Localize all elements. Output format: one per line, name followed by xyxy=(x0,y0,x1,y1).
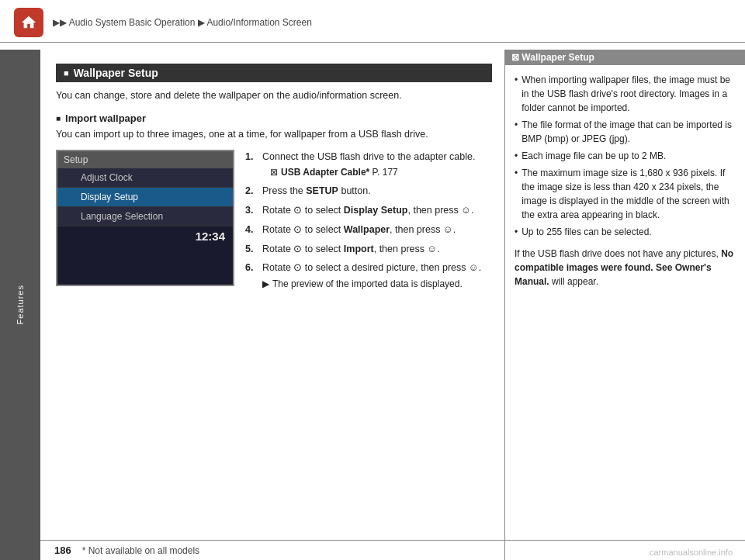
ref-icon: ⊠ xyxy=(270,165,278,179)
step-6-result: The preview of the imported data is disp… xyxy=(272,277,463,291)
setup-menu-language-selection: Language Selection xyxy=(57,207,233,226)
step-4-num: 4. xyxy=(245,223,259,237)
step-6-arrow: ▶ The preview of the imported data is di… xyxy=(262,277,481,291)
right-col-header: ⊠ Wallpaper Setup xyxy=(505,50,745,65)
step-1-num: 1. xyxy=(245,150,259,180)
steps-list: 1. Connect the USB flash drive to the ad… xyxy=(245,150,481,296)
step-5-num: 5. xyxy=(245,242,259,257)
setup-menu-display-setup: Display Setup xyxy=(57,188,233,207)
left-column: Wallpaper Setup You can change, store an… xyxy=(40,50,504,560)
intro-text: You can change, store and delete the wal… xyxy=(56,88,492,103)
right-column: ⊠ Wallpaper Setup When importing wallpap… xyxy=(504,50,745,560)
setup-menu-adjust-clock: Adjust Clock xyxy=(57,168,233,188)
step-3-num: 3. xyxy=(245,203,259,218)
step-1: 1. Connect the USB flash drive to the ad… xyxy=(245,150,481,180)
right-col-body: When importing wallpaper files, the imag… xyxy=(505,65,745,560)
page-number: 186 xyxy=(54,544,71,556)
bullet-2: The file format of the image that can be… xyxy=(515,118,736,146)
arrow-icon: ▶ xyxy=(262,277,269,291)
step-1-text: Connect the USB flash drive to the adapt… xyxy=(262,150,481,180)
section-title: Wallpaper Setup xyxy=(56,64,492,82)
right-note: If the USB flash drive does not have any… xyxy=(515,247,736,289)
footer: 186 * Not available on all models carman… xyxy=(40,540,745,560)
bullet-1: When importing wallpaper files, the imag… xyxy=(515,73,736,115)
step-2-num: 2. xyxy=(245,184,259,199)
step-3: 3. Rotate ⊙ to select Display Setup, the… xyxy=(245,203,481,218)
step-6: 6. Rotate ⊙ to select a desired picture,… xyxy=(245,261,481,291)
sidebar: Features xyxy=(0,50,40,560)
sub-intro: You can import up to three images, one a… xyxy=(56,127,492,142)
step-6-num: 6. xyxy=(245,261,259,291)
step-2-text: Press the SETUP button. xyxy=(262,184,481,199)
step-1-subitem: ⊠ USB Adapter Cable* P. 177 xyxy=(270,165,481,179)
bullet-4: The maximum image size is 1,680 x 936 pi… xyxy=(515,166,736,222)
step-3-text: Rotate ⊙ to select Display Setup, then p… xyxy=(262,203,481,218)
step-4: 4. Rotate ⊙ to select Wallpaper, then pr… xyxy=(245,223,481,237)
watermark: carmanualsonline.info xyxy=(645,546,737,558)
sidebar-label: Features xyxy=(16,285,25,324)
step-4-text: Rotate ⊙ to select Wallpaper, then press… xyxy=(262,223,481,237)
breadcrumb: ▶▶ Audio System Basic Operation ▶ Audio/… xyxy=(53,17,312,28)
setup-screen-time: 12:34 xyxy=(57,226,233,246)
step-5-text: Rotate ⊙ to select Import, then press ☺. xyxy=(262,242,481,257)
bullet-list: When importing wallpaper files, the imag… xyxy=(515,73,736,239)
bullet-5: Up to 255 files can be selected. xyxy=(515,225,736,239)
sub-heading: Import wallpaper xyxy=(56,112,492,124)
step-5: 5. Rotate ⊙ to select Import, then press… xyxy=(245,242,481,257)
step-2: 2. Press the SETUP button. xyxy=(245,184,481,199)
usb-adapter-link: USB Adapter Cable* P. 177 xyxy=(281,165,398,179)
bullet-3: Each image file can be up to 2 MB. xyxy=(515,149,736,163)
setup-screen-mockup: Setup Adjust Clock Display Setup Languag… xyxy=(56,150,234,287)
step-6-text: Rotate ⊙ to select a desired picture, th… xyxy=(262,261,481,291)
home-icon[interactable] xyxy=(14,8,43,37)
home-svg xyxy=(20,14,37,31)
footer-note: * Not available on all models xyxy=(82,545,199,556)
setup-screen-title: Setup xyxy=(57,151,233,168)
main-content: Wallpaper Setup You can change, store an… xyxy=(40,50,745,560)
header: ▶▶ Audio System Basic Operation ▶ Audio/… xyxy=(0,0,745,43)
